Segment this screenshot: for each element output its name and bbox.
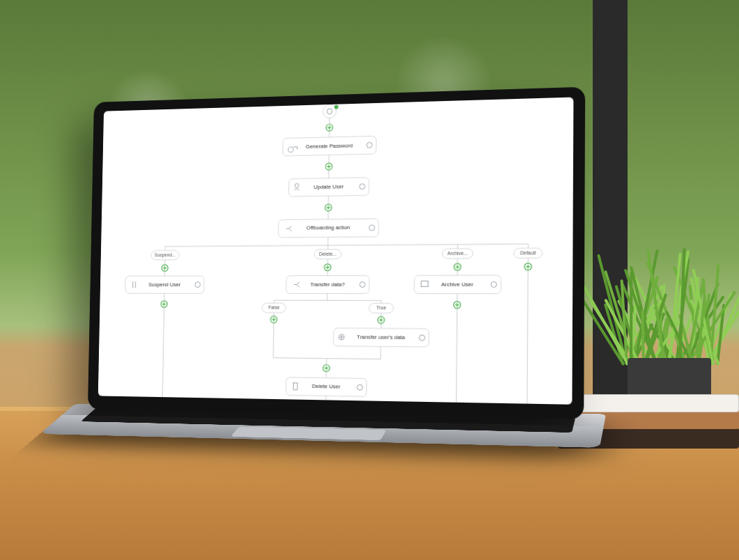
transfer-icon (339, 334, 344, 340)
add-step[interactable] (378, 316, 384, 323)
workflow-svg[interactable]: Generate Password Update User (98, 98, 574, 405)
add-step[interactable] (161, 301, 167, 308)
svg-text:False: False (268, 305, 280, 310)
svg-rect-60 (286, 378, 367, 397)
svg-line-35 (162, 293, 164, 397)
gear-icon[interactable] (359, 282, 365, 288)
node-transfer-data-q[interactable]: Transfer data? (286, 276, 370, 294)
gear-icon[interactable] (366, 142, 372, 148)
gear-icon[interactable] (359, 184, 365, 189)
svg-line-41 (456, 294, 457, 403)
window-frame (593, 0, 628, 432)
start-node[interactable] (323, 101, 339, 118)
gear-icon[interactable] (369, 225, 375, 231)
svg-point-59 (323, 365, 330, 372)
svg-text:Delete...: Delete... (319, 251, 336, 256)
svg-line-43 (527, 275, 528, 404)
svg-line-57 (273, 358, 380, 359)
svg-text:Transfer data?: Transfer data? (310, 281, 345, 287)
svg-text:Suspend User: Suspend User (148, 281, 181, 288)
svg-text:Delete User: Delete User (312, 383, 341, 390)
node-update-user[interactable]: Update User (289, 178, 369, 196)
svg-point-32 (524, 263, 531, 270)
laptop: Generate Password Update User (86, 87, 585, 493)
branch-label-true[interactable]: True (369, 303, 394, 313)
svg-point-2 (334, 105, 339, 109)
add-step[interactable] (326, 124, 333, 131)
branch-label-suspend[interactable]: Suspend... (151, 251, 179, 260)
svg-rect-50 (369, 303, 394, 313)
add-step[interactable] (325, 264, 332, 271)
archive-icon (421, 281, 428, 286)
svg-rect-27 (514, 248, 543, 258)
node-offboarding-action[interactable]: Offboarding action (279, 219, 379, 238)
svg-text:Default: Default (520, 250, 536, 256)
branch-label-false[interactable]: False (262, 303, 286, 313)
svg-point-0 (323, 104, 336, 118)
svg-text:Archive User: Archive User (442, 281, 474, 288)
svg-text:Generate Password: Generate Password (306, 142, 353, 150)
svg-text:Archive...: Archive... (447, 250, 467, 256)
svg-text:Transfer user's data: Transfer user's data (357, 334, 405, 341)
svg-text:Update User: Update User (313, 183, 344, 190)
add-step[interactable] (162, 265, 168, 272)
svg-rect-25 (442, 249, 473, 258)
svg-line-16 (165, 244, 528, 247)
svg-text:Offboarding action: Offboarding action (306, 224, 350, 231)
branch-label-archive[interactable]: Archive... (442, 249, 473, 258)
add-step[interactable] (325, 204, 332, 211)
node-generate-password[interactable]: Generate Password (283, 136, 376, 156)
add-step[interactable] (453, 302, 460, 309)
branch-label-default[interactable]: Default (514, 248, 543, 258)
svg-point-53 (378, 316, 384, 323)
gear-icon[interactable] (357, 384, 363, 390)
node-transfer-users-data[interactable]: Transfer user's data (334, 328, 429, 347)
gear-icon[interactable] (491, 281, 497, 287)
svg-point-42 (453, 302, 460, 309)
node-suspend-user[interactable]: Suspend User (125, 276, 204, 293)
add-step[interactable] (454, 263, 461, 270)
add-step[interactable] (270, 316, 277, 323)
branch-label-delete[interactable]: Delete... (314, 249, 341, 259)
svg-rect-54 (334, 328, 429, 347)
node-archive-user[interactable]: Archive User (414, 275, 501, 293)
add-step[interactable] (323, 365, 330, 372)
svg-point-31 (454, 263, 461, 270)
trackpad (231, 426, 387, 440)
svg-text:True: True (376, 305, 386, 310)
workflow-canvas[interactable]: Generate Password Update User (98, 98, 574, 405)
pointer-icon (323, 101, 332, 104)
node-delete-user[interactable]: Delete User (286, 378, 367, 397)
add-step[interactable] (524, 263, 531, 270)
svg-rect-39 (414, 275, 501, 293)
laptop-lid: Generate Password Update User (88, 87, 585, 419)
plant: // generate grass blades decoratively do… (614, 247, 725, 365)
svg-text:Suspend...: Suspend... (155, 252, 176, 258)
add-step[interactable] (325, 163, 332, 170)
gear-icon[interactable] (419, 335, 425, 341)
